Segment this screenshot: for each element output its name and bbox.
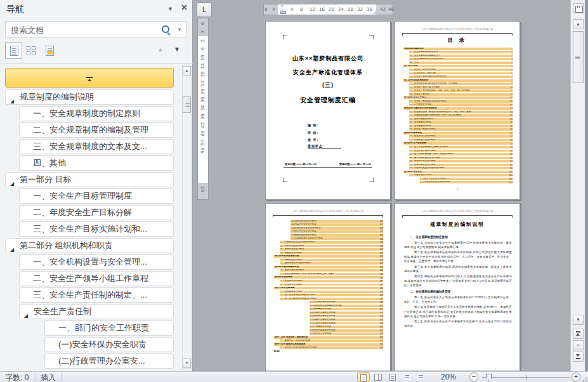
toc-page-number: 132 bbox=[379, 269, 383, 272]
toc-entry-text: 第十部分 职业健康 bbox=[275, 276, 292, 279]
ruler-toggle-button[interactable] bbox=[573, 3, 584, 13]
nav-heading-item[interactable]: ◢第一部分 目标 bbox=[5, 172, 174, 187]
toc-highlight-bar: 五、劳动防护用品管理制度 bbox=[409, 160, 513, 162]
view-outline-button[interactable] bbox=[401, 372, 414, 382]
nav-heading-item[interactable]: 四、其他 bbox=[19, 155, 174, 171]
nav-heading-item[interactable]: (二)行政管理办公室安... bbox=[44, 353, 174, 369]
search-input[interactable]: 搜索文档 ▾ bbox=[5, 21, 186, 37]
toc-highlight-bar: 二、安全规章制度的编制及管理 bbox=[409, 55, 513, 57]
close-icon[interactable]: × bbox=[181, 2, 187, 13]
crop-mark bbox=[283, 35, 287, 39]
nav-heading-item[interactable]: ◢安全生产责任制 bbox=[19, 304, 174, 319]
document-page-2[interactable]: 山东××塑胶制品有限公司安全生产标准化管理体系(三) 安全管理制度汇编 目 录 … bbox=[395, 21, 520, 200]
toc-entry-text: 二、特种作业人员管理制度 bbox=[410, 139, 436, 142]
document-page-1[interactable]: 山东××塑胶制品有限公司 安全生产标准化管理体系 (三) 安全管理制度汇编 编 … bbox=[265, 21, 391, 200]
toc-page-number: 167 bbox=[379, 329, 383, 332]
resize-grip[interactable] bbox=[581, 376, 587, 381]
horizontal-ruler[interactable]: 8448121620242832364246 bbox=[263, 4, 393, 15]
toc-page-number: 132 bbox=[379, 266, 383, 268]
next-result-icon[interactable]: ▼ bbox=[174, 46, 180, 53]
toc-highlight-bar: 二、安全生产领导小组工作章程 bbox=[409, 86, 513, 89]
toc-highlight-bar: 三、生产设备设施验收、拆除、报废管理制度 bbox=[409, 153, 513, 155]
nav-selected-item[interactable] bbox=[5, 68, 174, 88]
pane-menu-arrow-icon[interactable]: ▼ bbox=[167, 6, 173, 12]
nav-heading-item[interactable]: 一、安全生产目标管理制度 bbox=[19, 188, 174, 204]
word-count[interactable]: 字数: 0 bbox=[5, 372, 29, 382]
body-text: 一、安全规章制度的制定原则第一条 为规范公司安全生产规章制度的管理,依据国家有关… bbox=[404, 233, 512, 329]
select-browse-object-button[interactable]: ○ bbox=[573, 340, 584, 350]
zoom-slider-thumb[interactable] bbox=[486, 374, 492, 381]
nav-heading-item[interactable]: 一、部门的安全工作职责 bbox=[44, 320, 174, 336]
nav-heading-item[interactable]: ◢第二部分 组织机构和职责 bbox=[5, 238, 174, 253]
scroll-up-icon[interactable]: ▲ bbox=[183, 66, 191, 76]
toc-entry-text: 第十一部分 应急救援 bbox=[275, 287, 294, 289]
vertical-ruler[interactable]: 622610141822263034384246505462 bbox=[197, 18, 209, 200]
expand-collapse-icon[interactable]: ◢ bbox=[10, 95, 14, 105]
toc-page-number: 3 bbox=[511, 62, 513, 64]
tab-browse-pages[interactable] bbox=[23, 42, 40, 59]
scroll-down-icon[interactable]: ▼ bbox=[183, 359, 191, 368]
nav-heading-item[interactable]: 三、安全生产目标实施计划和... bbox=[19, 221, 174, 237]
expand-collapse-icon[interactable]: ◢ bbox=[10, 243, 14, 253]
tab-browse-results[interactable] bbox=[41, 42, 58, 59]
scrollbar-thumb[interactable] bbox=[183, 96, 191, 113]
scrollbar-thumb[interactable] bbox=[573, 31, 584, 83]
document-scrollbar[interactable]: ▲ ▼ ○ bbox=[570, 0, 585, 371]
nav-heading-item[interactable]: 三、安全规章制度的文本及文... bbox=[19, 139, 174, 154]
toc-page-number: 137 bbox=[379, 280, 383, 282]
zoom-out-button[interactable]: − bbox=[469, 372, 478, 381]
search-icon[interactable] bbox=[162, 25, 169, 33]
zoom-in-button[interactable]: + bbox=[572, 372, 580, 381]
view-web-layout-button[interactable] bbox=[386, 372, 399, 382]
zoom-slider-track[interactable] bbox=[482, 377, 570, 378]
indent-marker-icon[interactable] bbox=[280, 5, 285, 14]
toc-entry-text: (四)机械伤害事故应急预案 bbox=[310, 312, 336, 314]
toc-entry-text: 二、重大隐患治理方案管理制度 bbox=[280, 262, 310, 265]
next-page-button[interactable] bbox=[573, 352, 584, 362]
view-full-screen-reading-button[interactable] bbox=[372, 372, 384, 382]
navigation-pane: 导航 ▼ × 搜索文档 ▾ bbox=[0, 0, 193, 371]
nav-heading-item[interactable]: 一、安全规章制度的制定原则 bbox=[19, 106, 174, 121]
search-placeholder: 搜索文档 bbox=[11, 25, 44, 36]
expand-collapse-icon[interactable]: ◢ bbox=[24, 309, 28, 319]
zoom-level[interactable]: 20% bbox=[441, 372, 456, 381]
previous-result-icon[interactable]: ▲ bbox=[157, 46, 164, 53]
navigation-scrollbar[interactable]: ▲ ▼ bbox=[182, 65, 192, 369]
toc-page-number: 2 bbox=[511, 55, 513, 57]
toc-highlight-bar: (二)受限空间作业安全管理制度 bbox=[420, 181, 513, 183]
nav-heading-item[interactable]: 三、安全生产责任制的制定、... bbox=[19, 287, 174, 303]
toc-entry-text: (六)物体打击事故应急预案 bbox=[310, 319, 336, 321]
scroll-down-icon[interactable]: ▼ bbox=[573, 315, 584, 325]
toc-page-number: 123 bbox=[379, 252, 383, 254]
nav-heading-item[interactable]: 二、安全规章制度的编制及管理 bbox=[19, 122, 174, 138]
toc-entry-text: 第十三部分 绩效评定和持续改进 bbox=[275, 343, 305, 346]
document-page-4[interactable]: 山东××塑胶制品有限公司安全生产标准化管理体系(三) 安全管理制度汇编 规章制度… bbox=[395, 203, 520, 371]
document-page-3[interactable]: 山东××塑胶制品有限公司安全生产标准化管理体系(三) 安全管理制度汇编 (三)高… bbox=[265, 203, 391, 371]
toc-entry-text: 二、安全设备设施管理制度 bbox=[410, 150, 436, 152]
search-options-caret-icon[interactable]: ▾ bbox=[178, 27, 181, 32]
toc-entry-text: 第九部分 重大危险源监控 bbox=[275, 266, 299, 268]
toc-page-number: 1 bbox=[511, 51, 513, 53]
tab-browse-headings[interactable] bbox=[5, 42, 22, 59]
previous-page-button[interactable] bbox=[573, 329, 584, 339]
nav-heading-item[interactable]: 二、年度安全生产目标分解 bbox=[19, 205, 174, 220]
view-print-layout-button[interactable] bbox=[357, 372, 370, 382]
body-paragraph: 第四条 编制安全规章制度的部门和人员,应熟悉国家有关安全生产的法律法规,掌握本岗… bbox=[404, 274, 512, 288]
toc-entry-text: (五)高处坠落事故应急预案 bbox=[310, 315, 336, 317]
nav-heading-item[interactable]: ◢规章制度的编制说明 bbox=[5, 89, 174, 105]
nav-heading-item[interactable]: (一)安全环保办安全职责 bbox=[44, 337, 174, 352]
view-draft-button[interactable] bbox=[414, 372, 427, 382]
toc-highlight-bar: 五、会计档案管理制度 bbox=[409, 125, 513, 128]
toc-entry-text: 三、文件和档案管理制度 bbox=[410, 118, 433, 121]
nav-heading-item[interactable]: 二、安全生产领导小组工作章程 bbox=[19, 271, 174, 286]
expand-collapse-icon[interactable]: ◢ bbox=[10, 177, 14, 187]
tab-stop-selector[interactable]: L bbox=[197, 3, 212, 17]
toc-highlight-bar: 四、施工和检维修安全管理制度 bbox=[409, 157, 513, 159]
toc-entry-text: 二、年度安全生产目标分解 bbox=[410, 72, 436, 75]
nav-item-label: (二)行政管理办公室安... bbox=[58, 356, 145, 366]
nav-heading-item[interactable]: 一、安全机构设置与安全管理... bbox=[19, 254, 174, 270]
scroll-up-icon[interactable]: ▲ bbox=[573, 19, 584, 29]
toc-entry-text: 二、职业危害申报制度 bbox=[280, 284, 302, 286]
right-indent-marker-icon[interactable] bbox=[374, 11, 377, 14]
insert-mode[interactable]: 插入 bbox=[41, 372, 56, 382]
